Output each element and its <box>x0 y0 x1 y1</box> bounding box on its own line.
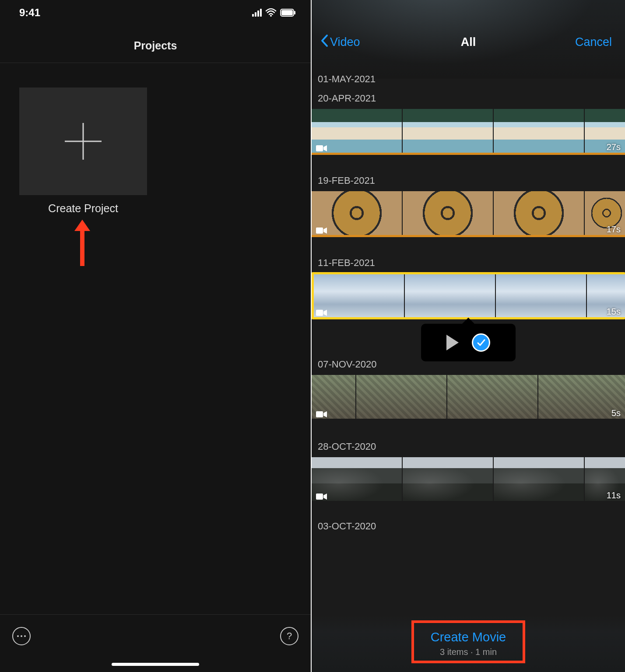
question-mark-icon: ? <box>287 630 292 642</box>
annotation-arrow-icon <box>70 218 95 268</box>
svg-rect-3 <box>294 11 295 14</box>
home-indicator[interactable] <box>112 663 199 666</box>
video-clip-selected[interactable]: 15s <box>312 272 625 319</box>
clip-duration: 5s <box>611 408 621 418</box>
date-header: 03-OCT-2020 <box>312 516 625 536</box>
clip-duration: 11s <box>607 490 621 500</box>
video-icon <box>316 493 327 500</box>
back-label: Video <box>330 35 360 49</box>
clip-action-tooltip <box>421 324 516 361</box>
create-movie-meta: 3 items · 1 min <box>440 647 497 657</box>
video-icon <box>316 410 327 418</box>
battery-icon <box>280 9 296 17</box>
date-header: 01-MAY-2021 <box>312 69 625 88</box>
wifi-icon <box>265 8 277 17</box>
projects-screen: 9:41 Projects Create Project <box>0 0 312 672</box>
cellular-signal-icon <box>252 9 262 17</box>
video-icon <box>316 227 327 234</box>
divider <box>0 63 311 63</box>
date-header: 11-FEB-2021 <box>312 253 625 272</box>
svg-rect-5 <box>316 228 323 234</box>
chevron-left-icon <box>320 34 328 50</box>
media-picker-screen: Video All Cancel 01-MAY-2021 20-APR-2021… <box>312 0 625 672</box>
status-bar: 9:41 <box>0 0 311 25</box>
video-clip[interactable]: 27s <box>312 108 625 155</box>
date-header: 28-OCT-2020 <box>312 437 625 456</box>
date-header: 20-APR-2021 <box>312 88 625 108</box>
status-icons <box>252 8 296 17</box>
clip-duration: 17s <box>607 224 621 234</box>
more-button[interactable] <box>12 627 31 645</box>
create-project-label: Create Project <box>19 202 147 215</box>
svg-rect-2 <box>281 10 293 15</box>
video-clip[interactable]: 17s <box>312 190 625 237</box>
nav-bar: Video All Cancel <box>312 0 625 56</box>
clip-duration: 15s <box>607 307 621 317</box>
date-header: 19-FEB-2021 <box>312 171 625 190</box>
video-icon <box>316 309 327 317</box>
create-movie-label: Create Movie <box>431 630 506 644</box>
help-button[interactable]: ? <box>280 627 298 645</box>
clip-duration: 27s <box>607 142 621 152</box>
svg-point-0 <box>270 15 272 17</box>
svg-rect-7 <box>316 411 323 417</box>
clip-list[interactable]: 01-MAY-2021 20-APR-2021 27s 19-FEB-2021 … <box>312 69 625 672</box>
plus-icon <box>61 119 105 163</box>
create-movie-bar[interactable]: Create Movie 3 items · 1 min <box>312 615 625 672</box>
video-clip[interactable]: 5s <box>312 374 625 421</box>
cancel-button[interactable]: Cancel <box>575 35 612 49</box>
bottom-toolbar: ? <box>0 614 311 672</box>
select-toggle[interactable] <box>472 333 490 352</box>
status-time: 9:41 <box>19 7 40 19</box>
svg-rect-6 <box>316 310 323 316</box>
video-clip[interactable]: 11s <box>312 456 625 503</box>
nav-title: All <box>461 35 476 49</box>
video-icon <box>316 144 327 152</box>
play-icon[interactable] <box>446 335 459 350</box>
create-project-tile[interactable] <box>19 88 147 195</box>
back-button[interactable]: Video <box>320 34 360 50</box>
page-title: Projects <box>0 25 311 63</box>
svg-rect-8 <box>316 494 323 500</box>
ellipsis-icon <box>17 635 26 637</box>
svg-rect-4 <box>316 145 323 151</box>
